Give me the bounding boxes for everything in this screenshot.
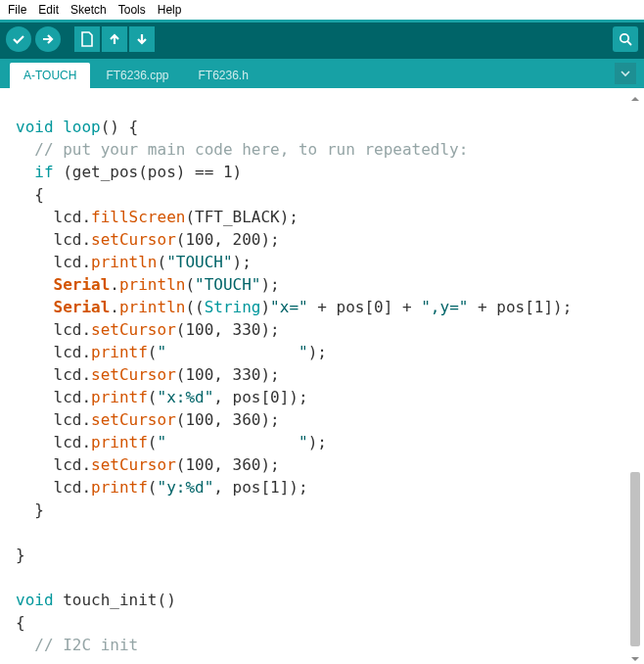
code-token: + pos[0] + [308,298,422,316]
code-token: ( [148,478,158,497]
tab-menu-button[interactable] [615,63,636,84]
code-token: + pos[1]); [468,298,572,316]
code-token: , pos[0]); [213,388,307,406]
menu-tools[interactable]: Tools [115,2,150,18]
code-token: (100, 330); [176,365,280,384]
code-token: ) [260,298,270,316]
code-token: (get_pos(pos) == 1) [54,163,243,181]
menu-sketch[interactable]: Sketch [67,2,111,18]
arrow-down-icon [135,32,149,46]
code-token: "y:%d" [158,478,214,497]
code-token: ( [158,253,167,271]
code-token: "x:%d" [158,388,214,406]
code-token: "TOUCH" [166,253,232,271]
code-token: setCursor [91,365,176,384]
code-token: println [119,275,185,294]
code-token: . [110,275,119,294]
code-token: setCursor [91,230,176,249]
magnifier-icon [618,31,633,47]
code-token: . [110,298,119,316]
code-token: ); [308,433,327,451]
caret-up-icon [630,94,640,104]
code-token: " " [158,433,308,451]
upload-button[interactable] [35,26,61,52]
code-token: void [16,118,54,136]
code-token: if [34,163,53,181]
code-token: ",y=" [421,298,468,316]
menu-bar: File Edit Sketch Tools Help [0,0,644,20]
new-button[interactable] [74,26,100,52]
code-token: printf [91,343,148,361]
code-token: printf [91,388,148,406]
code-token: printf [91,433,148,451]
scroll-thumb[interactable] [630,472,640,647]
file-icon [80,31,94,47]
code-token: setCursor [91,455,176,474]
code-token: Serial [54,298,111,316]
code-token: // I2C init [16,636,138,654]
code-token: println [91,253,157,271]
code-token [16,275,54,294]
menu-edit[interactable]: Edit [34,2,63,18]
code-token: Serial [54,275,111,294]
code-token: println [119,298,185,316]
code-token [16,298,54,316]
code-token: (100, 200); [176,230,280,249]
code-token: lcd. [16,343,91,361]
code-token: setCursor [91,410,176,429]
code-token: (( [185,298,204,316]
code-token: } [16,500,44,519]
code-token: setCursor [91,320,176,339]
code-token: lcd. [16,230,91,249]
code-token: loop [54,118,101,136]
code-token: ( [185,275,195,294]
code-token: (100, 360); [176,410,280,429]
code-token: lcd. [16,253,91,271]
tab-ft6236-cpp[interactable]: FT6236.cpp [92,63,182,88]
arrow-up-icon [108,32,121,46]
scroll-up-button[interactable] [628,92,642,106]
code-token: () { [101,118,139,136]
code-token: ( [148,388,158,406]
check-icon [12,32,25,46]
code-token: (100, 330); [176,320,280,339]
scroll-down-button[interactable] [628,652,642,664]
caret-down-icon [630,654,640,664]
chevron-down-icon [621,69,630,78]
scroll-track[interactable] [628,106,642,652]
editor-area: void loop() { // put your main code here… [0,88,644,664]
code-token: , pos[1]); [213,478,307,497]
menu-help[interactable]: Help [154,2,186,18]
code-token: String [205,298,261,316]
code-token [16,163,34,181]
open-button[interactable] [102,26,127,52]
svg-point-0 [621,34,628,42]
toolbar [0,20,644,59]
code-token: (100, 360); [176,455,280,474]
vertical-scrollbar[interactable] [628,92,642,664]
code-editor[interactable]: void loop() { // put your main code here… [0,88,644,664]
code-token: lcd. [16,365,91,384]
code-token: lcd. [16,320,91,339]
code-token: lcd. [16,410,91,429]
verify-button[interactable] [6,26,31,52]
code-token: lcd. [16,208,91,226]
arrow-right-icon [41,32,55,46]
serial-monitor-button[interactable] [613,26,638,52]
code-token: " " [158,343,308,361]
menu-file[interactable]: File [4,2,30,18]
code-token: lcd. [16,478,91,497]
code-token: ( [148,433,158,451]
code-token: touch_init() [54,591,176,609]
code-token: printf [91,478,148,497]
code-token: { [16,613,25,632]
save-button[interactable] [129,26,155,52]
code-token: ); [260,275,279,294]
tab-ft6236-h[interactable]: FT6236.h [185,63,262,88]
code-token: { [16,185,44,204]
code-token: lcd. [16,433,91,451]
code-token: (TFT_BLACK); [185,208,299,226]
toolbar-accent [0,20,644,23]
tab-a-touch[interactable]: A-TOUCH [10,63,90,88]
code-token: lcd. [16,455,91,474]
